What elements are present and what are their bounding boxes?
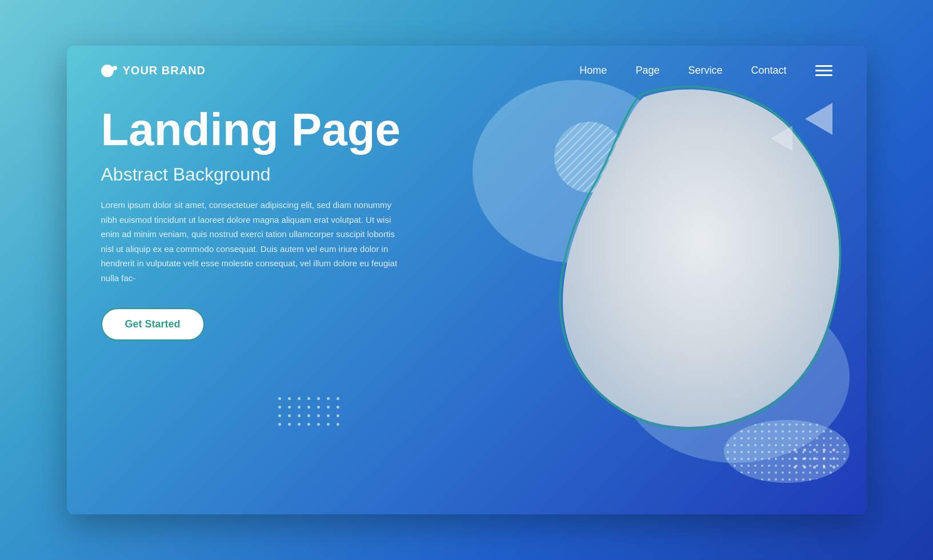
hero-title: Landing Page xyxy=(101,106,421,154)
landing-card: YOUR BRAND Home Page Service Contact Lan… xyxy=(67,46,867,514)
brand-dot-small xyxy=(113,66,117,70)
triangle-left-icon xyxy=(771,126,792,151)
hero-section: Landing Page Abstract Background Lorem i… xyxy=(67,77,455,341)
hamburger-menu[interactable] xyxy=(815,65,832,76)
hero-subtitle: Abstract Background xyxy=(101,164,421,185)
dots-grid-left xyxy=(278,397,339,431)
hamburger-line-3 xyxy=(815,74,832,76)
outer-background: YOUR BRAND Home Page Service Contact Lan… xyxy=(0,0,933,560)
brand-logo: YOUR BRAND xyxy=(101,64,206,77)
hero-body-text: Lorem ipsum dolor sit amet, consectetuer… xyxy=(101,198,398,285)
nav-contact[interactable]: Contact xyxy=(751,65,786,77)
nav-service[interactable]: Service xyxy=(688,65,722,77)
dots-grid-right xyxy=(794,449,835,474)
navbar: YOUR BRAND Home Page Service Contact xyxy=(67,46,867,77)
dots-row-r3 xyxy=(794,466,835,469)
nav-page[interactable]: Page xyxy=(635,65,659,77)
dots-row-3 xyxy=(278,414,339,417)
brand-name: YOUR BRAND xyxy=(123,64,206,77)
nav-home[interactable]: Home xyxy=(579,65,607,77)
cta-button[interactable]: Get Started xyxy=(101,308,205,341)
hamburger-line-2 xyxy=(815,70,832,71)
brand-icon xyxy=(101,65,117,77)
blob-svg xyxy=(438,46,867,514)
dots-row-4 xyxy=(278,423,339,426)
triangle-right-icon xyxy=(805,103,832,135)
abstract-shapes xyxy=(438,46,867,514)
dots-row-1 xyxy=(278,397,339,400)
dots-row-r2 xyxy=(794,457,835,460)
dots-row-2 xyxy=(278,406,339,409)
brand-dot-large xyxy=(101,65,114,77)
nav-links: Home Page Service Contact xyxy=(579,65,832,77)
hamburger-line-1 xyxy=(815,65,832,67)
dots-row-r1 xyxy=(794,449,835,451)
